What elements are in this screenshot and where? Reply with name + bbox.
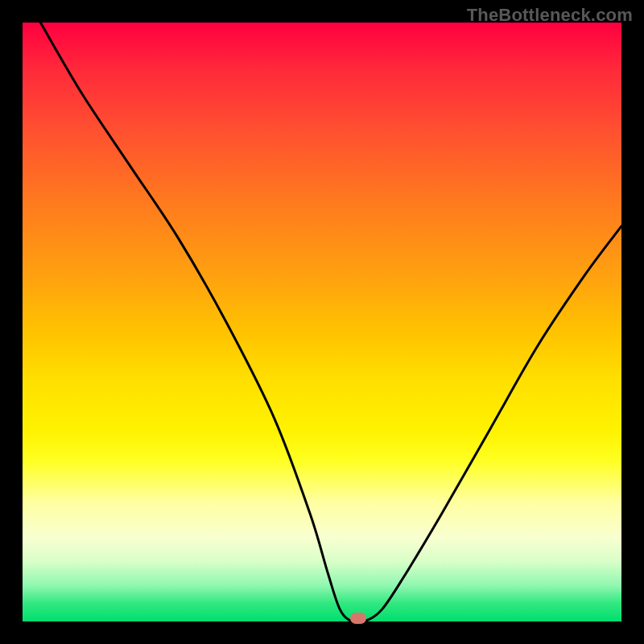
bottleneck-curve [40,23,621,623]
curve-layer [23,23,621,621]
chart-stage: TheBottleneck.com [0,0,644,644]
watermark-text: TheBottleneck.com [467,5,633,26]
optimum-marker [350,613,366,624]
plot-area [23,23,621,621]
